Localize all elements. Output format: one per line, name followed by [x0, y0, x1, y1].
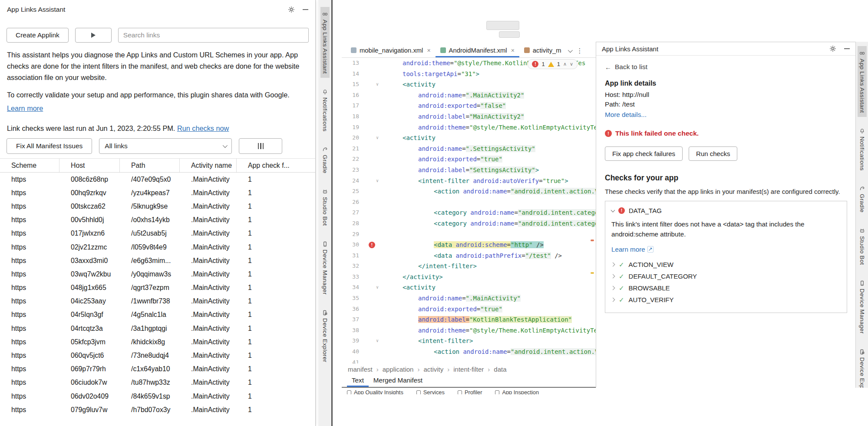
- code-editor[interactable]: 13android:theme="@style/Theme.KotlinEmpt…: [342, 58, 596, 363]
- tool-strip-item-device-manager[interactable]: Device Manager: [320, 237, 330, 299]
- run-checks-now-link[interactable]: Run checks now: [177, 124, 229, 132]
- code-line[interactable]: 29: [342, 229, 596, 240]
- table-column-header[interactable]: App check f...: [237, 159, 315, 172]
- breadcrumb-item[interactable]: intent-filter: [453, 366, 484, 373]
- check-item-action_view[interactable]: ✓ACTION_VIEW: [611, 259, 841, 270]
- code-line[interactable]: 35android:name=".MainActivity": [342, 293, 596, 304]
- back-to-list-link[interactable]: ← Back to list: [605, 63, 847, 71]
- table-row[interactable]: https048jg1x665/qgrt37ezpm.MainActivity1: [0, 281, 315, 295]
- code-line[interactable]: 22android:exported="true": [342, 154, 596, 165]
- next-issue-chevron-icon[interactable]: ∨: [570, 61, 573, 67]
- table-row[interactable]: https04ic253aay/1wwnfbr738.MainActivity1: [0, 295, 315, 308]
- bottom-tool-profiler[interactable]: Profiler: [458, 388, 482, 394]
- table-column-header[interactable]: Host: [59, 159, 120, 172]
- tool-strip-item-notifications[interactable]: Notifications: [320, 85, 330, 136]
- fold-chevron-icon[interactable]: ∨: [376, 176, 379, 186]
- table-row[interactable]: https008c6z68np/407e09q5x0.MainActivity1: [0, 173, 315, 186]
- code-line[interactable]: 15∨<activity: [342, 79, 596, 90]
- code-line[interactable]: 21android:name=".SettingsActivity": [342, 143, 596, 154]
- bottom-tab-merged-manifest[interactable]: Merged Manifest: [369, 375, 427, 387]
- search-links-input[interactable]: [118, 28, 309, 43]
- code-line[interactable]: 36android:exported="true": [342, 304, 596, 315]
- code-line[interactable]: 40<action android:name="android.intent.a…: [342, 346, 596, 357]
- inspection-widget[interactable]: ! 1 1 ∧ ∨: [528, 59, 578, 69]
- table-row[interactable]: https04rtcqtz3a/3a1hgptqgi.MainActivity1: [0, 322, 315, 335]
- table-row[interactable]: https00tskcza62/5lknugk9se.MainActivity1: [0, 200, 315, 213]
- code-line[interactable]: 28<category android:name="android.intent…: [342, 218, 596, 229]
- fix-all-manifest-issues-button[interactable]: Fix All Manifest Issues: [7, 138, 92, 154]
- fold-chevron-icon[interactable]: ∨: [376, 336, 379, 346]
- table-row[interactable]: https00v5hhld0j/o0xhs14ykb.MainActivity1: [0, 213, 315, 227]
- code-line[interactable]: 24∨<intent-filter android:autoVerify="tr…: [342, 176, 596, 186]
- chevron-right-icon[interactable]: [611, 286, 615, 290]
- close-tab-icon[interactable]: ×: [511, 47, 515, 54]
- run-button[interactable]: [75, 28, 112, 43]
- code-line[interactable]: 17android:exported="false": [342, 100, 596, 111]
- code-line[interactable]: 34∨<activity: [342, 282, 596, 293]
- more-details-link[interactable]: More details...: [605, 111, 647, 118]
- code-line[interactable]: 16android:name=".MainActivity2": [342, 90, 596, 101]
- tool-strip-item-gradle[interactable]: Gradle: [320, 142, 330, 177]
- table-row[interactable]: https04r5lqn3gf/4g5nalc1la.MainActivity1: [0, 308, 315, 322]
- table-row[interactable]: https069p7r79rh/c1x64yab10.MainActivity1: [0, 363, 315, 376]
- code-line[interactable]: 39∨<intent-filter>: [342, 336, 596, 346]
- table-column-header[interactable]: Activity name: [180, 159, 237, 172]
- chevron-right-icon[interactable]: [611, 274, 615, 279]
- tool-strip-item-app-links-assistant[interactable]: App Links Assistant: [320, 7, 330, 78]
- code-line[interactable]: 26: [342, 197, 596, 208]
- code-line[interactable]: 38android:theme="@style/Theme.KotlinEmpt…: [342, 325, 596, 336]
- fix-app-check-failures-button[interactable]: Fix app check failures: [605, 146, 683, 161]
- code-line[interactable]: 18android:label="MainActivity2": [342, 111, 596, 122]
- code-line[interactable]: 31<data android:pathPrefix="/test" />: [342, 250, 596, 261]
- editor-tab-2[interactable]: AndroidManifest.xml×: [436, 44, 519, 57]
- breadcrumb-item[interactable]: activity: [423, 366, 443, 373]
- table-row[interactable]: https06dv02o409/84k659v1sp.MainActivity1: [0, 389, 315, 403]
- tool-strip-item-device-explorer[interactable]: Device Explorer: [858, 345, 867, 388]
- tool-strip-item-gradle[interactable]: Gradle: [858, 181, 867, 216]
- chevron-right-icon[interactable]: [611, 298, 615, 302]
- table-row[interactable]: https00hq9zrkqv/yzu4kpeas7.MainActivity1: [0, 186, 315, 200]
- table-row[interactable]: https02jv21zzmc/l059v8t4e9.MainActivity1: [0, 240, 315, 254]
- check-item-auto_verify[interactable]: ✓AUTO_VERIFY: [611, 294, 841, 306]
- learn-more-link[interactable]: Learn more: [7, 104, 43, 112]
- links-filter-dropdown[interactable]: All links: [99, 138, 232, 154]
- table-column-header[interactable]: Scheme: [0, 159, 59, 172]
- code-line[interactable]: 25<action android:name="android.intent.a…: [342, 186, 596, 197]
- code-line[interactable]: 30!<data android:scheme="http" />: [342, 240, 596, 250]
- tool-strip-item-studio-bot[interactable]: Studio Bot: [320, 184, 330, 230]
- tool-strip-item-app-links-assistant[interactable]: App Links Assistant: [858, 46, 867, 117]
- close-tab-icon[interactable]: ×: [427, 47, 430, 54]
- fold-chevron-icon[interactable]: ∨: [376, 133, 379, 143]
- minimize-icon[interactable]: [844, 48, 850, 49]
- gear-icon[interactable]: [288, 6, 295, 13]
- chevron-down-icon[interactable]: [611, 208, 615, 212]
- fold-chevron-icon[interactable]: ∨: [376, 79, 379, 90]
- editor-tab-1[interactable]: mobile_navigation.xml×: [346, 44, 436, 57]
- tool-strip-item-device-manager[interactable]: Device Manager: [858, 276, 867, 338]
- prev-issue-chevron-icon[interactable]: ∧: [563, 61, 567, 67]
- column-settings-button[interactable]: [239, 138, 282, 154]
- check-item-data-tag[interactable]: ! DATA_TAG: [611, 207, 841, 214]
- check-item-browsable[interactable]: ✓BROWSABLE: [611, 282, 841, 294]
- code-line[interactable]: 14tools:targetApi="31">: [342, 69, 596, 80]
- editor-options-kebab-icon[interactable]: ⋮: [577, 47, 583, 55]
- create-applink-button[interactable]: Create Applink: [7, 28, 69, 43]
- table-row[interactable]: https03axxd3mi0/e6g63mim....MainActivity…: [0, 254, 315, 267]
- minimize-icon[interactable]: [303, 9, 308, 10]
- code-line[interactable]: 27<category android:name="android.intent…: [342, 207, 596, 218]
- code-line[interactable]: 32</intent-filter>: [342, 261, 596, 272]
- tool-strip-item-studio-bot[interactable]: Studio Bot: [858, 223, 867, 269]
- breadcrumb-item[interactable]: manifest: [348, 366, 373, 373]
- check-item-default_category[interactable]: ✓DEFAULT_CATEGORY: [611, 270, 841, 282]
- chevron-right-icon[interactable]: [611, 263, 615, 267]
- code-line[interactable]: 37android:label="KotlinBlankTestApplicat…: [342, 314, 596, 325]
- breadcrumb-item[interactable]: application: [383, 366, 414, 373]
- code-line[interactable]: 19android:theme="@style/Theme.KotlinEmpt…: [342, 122, 596, 133]
- code-line[interactable]: 23android:label="SettingsActivity">: [342, 165, 596, 176]
- run-checks-button[interactable]: Run checks: [689, 146, 737, 161]
- fold-chevron-icon[interactable]: ∨: [376, 282, 379, 293]
- hidden-tabs-chevron-icon[interactable]: [568, 48, 572, 53]
- breadcrumb-item[interactable]: data: [494, 366, 506, 373]
- table-row[interactable]: https06ciudok7w/tu87hwp33z.MainActivity1: [0, 376, 315, 389]
- tool-strip-item-device-explorer[interactable]: Device Explorer: [320, 306, 330, 366]
